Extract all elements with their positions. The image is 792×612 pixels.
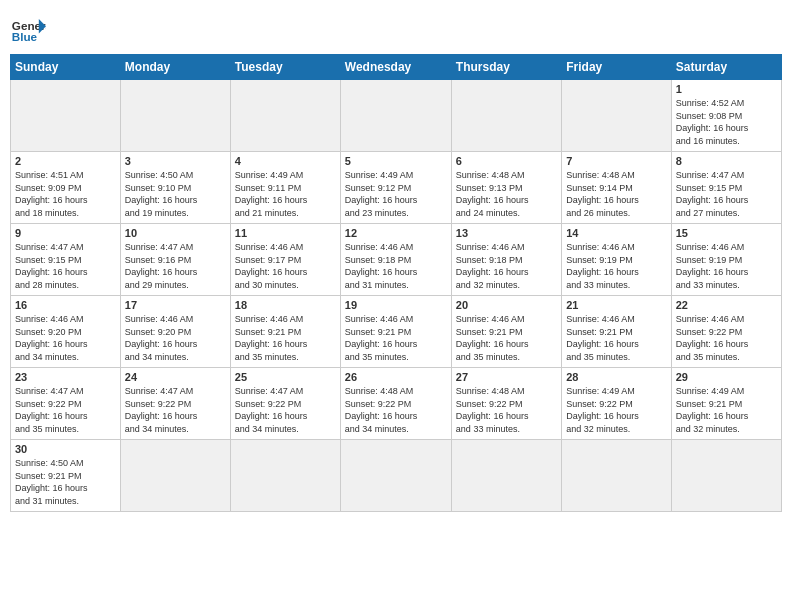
calendar-cell: 18Sunrise: 4:46 AM Sunset: 9:21 PM Dayli… xyxy=(230,296,340,368)
day-number: 7 xyxy=(566,155,666,167)
day-number: 19 xyxy=(345,299,447,311)
day-info: Sunrise: 4:47 AM Sunset: 9:16 PM Dayligh… xyxy=(125,241,226,291)
day-header-tuesday: Tuesday xyxy=(230,55,340,80)
logo-icon: General Blue xyxy=(10,10,46,46)
day-info: Sunrise: 4:46 AM Sunset: 9:22 PM Dayligh… xyxy=(676,313,777,363)
day-number: 2 xyxy=(15,155,116,167)
calendar-cell: 8Sunrise: 4:47 AM Sunset: 9:15 PM Daylig… xyxy=(671,152,781,224)
calendar-cell: 20Sunrise: 4:46 AM Sunset: 9:21 PM Dayli… xyxy=(451,296,561,368)
day-info: Sunrise: 4:48 AM Sunset: 9:13 PM Dayligh… xyxy=(456,169,557,219)
day-info: Sunrise: 4:48 AM Sunset: 9:22 PM Dayligh… xyxy=(456,385,557,435)
day-info: Sunrise: 4:48 AM Sunset: 9:14 PM Dayligh… xyxy=(566,169,666,219)
day-info: Sunrise: 4:46 AM Sunset: 9:20 PM Dayligh… xyxy=(15,313,116,363)
day-number: 23 xyxy=(15,371,116,383)
calendar-cell xyxy=(340,440,451,512)
calendar-cell xyxy=(120,440,230,512)
calendar-cell: 5Sunrise: 4:49 AM Sunset: 9:12 PM Daylig… xyxy=(340,152,451,224)
calendar-cell xyxy=(671,440,781,512)
day-number: 17 xyxy=(125,299,226,311)
day-number: 1 xyxy=(676,83,777,95)
day-number: 12 xyxy=(345,227,447,239)
calendar-cell xyxy=(230,440,340,512)
calendar-cell: 27Sunrise: 4:48 AM Sunset: 9:22 PM Dayli… xyxy=(451,368,561,440)
day-number: 14 xyxy=(566,227,666,239)
day-number: 20 xyxy=(456,299,557,311)
calendar-header-row: SundayMondayTuesdayWednesdayThursdayFrid… xyxy=(11,55,782,80)
day-info: Sunrise: 4:47 AM Sunset: 9:22 PM Dayligh… xyxy=(15,385,116,435)
day-number: 25 xyxy=(235,371,336,383)
calendar-cell: 22Sunrise: 4:46 AM Sunset: 9:22 PM Dayli… xyxy=(671,296,781,368)
calendar-table: SundayMondayTuesdayWednesdayThursdayFrid… xyxy=(10,54,782,512)
calendar-cell: 3Sunrise: 4:50 AM Sunset: 9:10 PM Daylig… xyxy=(120,152,230,224)
day-header-wednesday: Wednesday xyxy=(340,55,451,80)
calendar-cell: 17Sunrise: 4:46 AM Sunset: 9:20 PM Dayli… xyxy=(120,296,230,368)
calendar-cell: 24Sunrise: 4:47 AM Sunset: 9:22 PM Dayli… xyxy=(120,368,230,440)
day-info: Sunrise: 4:46 AM Sunset: 9:19 PM Dayligh… xyxy=(676,241,777,291)
day-number: 21 xyxy=(566,299,666,311)
calendar-cell: 30Sunrise: 4:50 AM Sunset: 9:21 PM Dayli… xyxy=(11,440,121,512)
day-number: 11 xyxy=(235,227,336,239)
day-info: Sunrise: 4:52 AM Sunset: 9:08 PM Dayligh… xyxy=(676,97,777,147)
day-info: Sunrise: 4:46 AM Sunset: 9:19 PM Dayligh… xyxy=(566,241,666,291)
calendar-cell xyxy=(562,80,671,152)
day-info: Sunrise: 4:49 AM Sunset: 9:22 PM Dayligh… xyxy=(566,385,666,435)
day-info: Sunrise: 4:47 AM Sunset: 9:15 PM Dayligh… xyxy=(15,241,116,291)
day-header-sunday: Sunday xyxy=(11,55,121,80)
calendar-cell: 12Sunrise: 4:46 AM Sunset: 9:18 PM Dayli… xyxy=(340,224,451,296)
calendar-cell xyxy=(562,440,671,512)
calendar-cell: 14Sunrise: 4:46 AM Sunset: 9:19 PM Dayli… xyxy=(562,224,671,296)
day-info: Sunrise: 4:46 AM Sunset: 9:17 PM Dayligh… xyxy=(235,241,336,291)
week-row-3: 9Sunrise: 4:47 AM Sunset: 9:15 PM Daylig… xyxy=(11,224,782,296)
day-info: Sunrise: 4:50 AM Sunset: 9:10 PM Dayligh… xyxy=(125,169,226,219)
calendar-cell xyxy=(451,440,561,512)
day-info: Sunrise: 4:47 AM Sunset: 9:15 PM Dayligh… xyxy=(676,169,777,219)
calendar-cell: 11Sunrise: 4:46 AM Sunset: 9:17 PM Dayli… xyxy=(230,224,340,296)
day-number: 5 xyxy=(345,155,447,167)
day-info: Sunrise: 4:50 AM Sunset: 9:21 PM Dayligh… xyxy=(15,457,116,507)
day-info: Sunrise: 4:46 AM Sunset: 9:18 PM Dayligh… xyxy=(456,241,557,291)
calendar-cell: 21Sunrise: 4:46 AM Sunset: 9:21 PM Dayli… xyxy=(562,296,671,368)
calendar-cell: 28Sunrise: 4:49 AM Sunset: 9:22 PM Dayli… xyxy=(562,368,671,440)
day-info: Sunrise: 4:47 AM Sunset: 9:22 PM Dayligh… xyxy=(235,385,336,435)
calendar-cell: 16Sunrise: 4:46 AM Sunset: 9:20 PM Dayli… xyxy=(11,296,121,368)
week-row-6: 30Sunrise: 4:50 AM Sunset: 9:21 PM Dayli… xyxy=(11,440,782,512)
page-header: General Blue xyxy=(10,10,782,46)
calendar-cell: 7Sunrise: 4:48 AM Sunset: 9:14 PM Daylig… xyxy=(562,152,671,224)
day-number: 18 xyxy=(235,299,336,311)
calendar-cell: 13Sunrise: 4:46 AM Sunset: 9:18 PM Dayli… xyxy=(451,224,561,296)
day-number: 28 xyxy=(566,371,666,383)
calendar-cell: 9Sunrise: 4:47 AM Sunset: 9:15 PM Daylig… xyxy=(11,224,121,296)
week-row-5: 23Sunrise: 4:47 AM Sunset: 9:22 PM Dayli… xyxy=(11,368,782,440)
calendar-cell: 26Sunrise: 4:48 AM Sunset: 9:22 PM Dayli… xyxy=(340,368,451,440)
day-header-friday: Friday xyxy=(562,55,671,80)
day-number: 10 xyxy=(125,227,226,239)
day-info: Sunrise: 4:46 AM Sunset: 9:18 PM Dayligh… xyxy=(345,241,447,291)
day-number: 3 xyxy=(125,155,226,167)
calendar-cell: 15Sunrise: 4:46 AM Sunset: 9:19 PM Dayli… xyxy=(671,224,781,296)
calendar-cell xyxy=(120,80,230,152)
day-header-monday: Monday xyxy=(120,55,230,80)
week-row-1: 1Sunrise: 4:52 AM Sunset: 9:08 PM Daylig… xyxy=(11,80,782,152)
day-number: 6 xyxy=(456,155,557,167)
day-info: Sunrise: 4:49 AM Sunset: 9:11 PM Dayligh… xyxy=(235,169,336,219)
day-number: 26 xyxy=(345,371,447,383)
calendar-cell xyxy=(451,80,561,152)
day-info: Sunrise: 4:49 AM Sunset: 9:21 PM Dayligh… xyxy=(676,385,777,435)
week-row-2: 2Sunrise: 4:51 AM Sunset: 9:09 PM Daylig… xyxy=(11,152,782,224)
calendar-cell: 25Sunrise: 4:47 AM Sunset: 9:22 PM Dayli… xyxy=(230,368,340,440)
day-info: Sunrise: 4:48 AM Sunset: 9:22 PM Dayligh… xyxy=(345,385,447,435)
calendar-cell xyxy=(11,80,121,152)
day-number: 9 xyxy=(15,227,116,239)
day-number: 22 xyxy=(676,299,777,311)
day-info: Sunrise: 4:46 AM Sunset: 9:21 PM Dayligh… xyxy=(456,313,557,363)
day-info: Sunrise: 4:46 AM Sunset: 9:21 PM Dayligh… xyxy=(235,313,336,363)
day-number: 15 xyxy=(676,227,777,239)
calendar-cell: 1Sunrise: 4:52 AM Sunset: 9:08 PM Daylig… xyxy=(671,80,781,152)
day-info: Sunrise: 4:46 AM Sunset: 9:20 PM Dayligh… xyxy=(125,313,226,363)
calendar-cell xyxy=(340,80,451,152)
week-row-4: 16Sunrise: 4:46 AM Sunset: 9:20 PM Dayli… xyxy=(11,296,782,368)
day-number: 27 xyxy=(456,371,557,383)
day-info: Sunrise: 4:47 AM Sunset: 9:22 PM Dayligh… xyxy=(125,385,226,435)
calendar-cell: 23Sunrise: 4:47 AM Sunset: 9:22 PM Dayli… xyxy=(11,368,121,440)
day-number: 13 xyxy=(456,227,557,239)
